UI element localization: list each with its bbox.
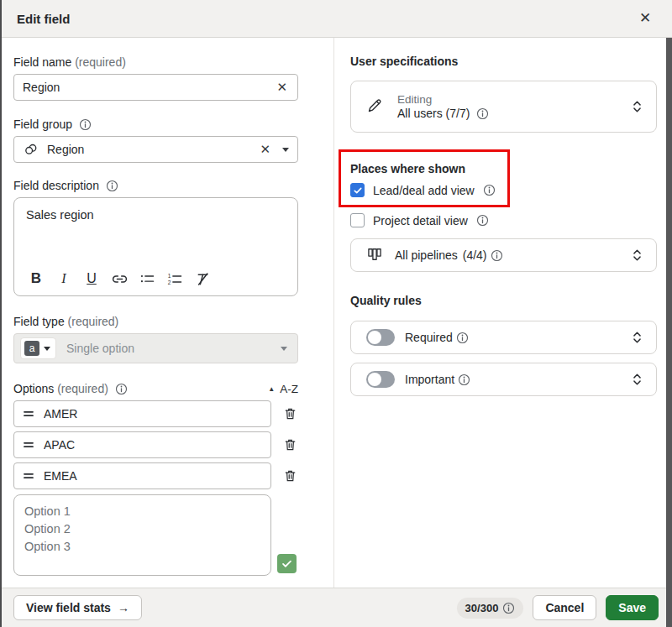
trash-icon[interactable] [283,468,297,483]
field-name-label: Field name (required) [13,55,320,69]
project-detail-view-checkbox[interactable] [350,213,365,227]
view-field-stats-button[interactable]: View field stats → [13,595,142,620]
info-icon[interactable] [476,107,489,120]
field-group-value: Region [47,143,258,156]
modal-title: Edit field [17,12,70,26]
clear-formatting-icon[interactable] [192,269,213,289]
field-type-chip[interactable]: a [20,337,56,359]
option-input-text[interactable] [44,469,262,483]
bullet-list-icon[interactable] [137,269,157,289]
editing-summary: Editing All users (7/7) [397,92,489,121]
field-type-select[interactable]: a Single option [13,333,298,363]
important-label: Important [405,373,454,386]
close-icon[interactable]: ✕ [637,10,654,27]
option-input-text[interactable] [44,407,262,421]
numbered-list-icon[interactable]: 12 [165,269,185,289]
field-group-select[interactable]: Region ✕ [13,136,298,163]
required-label: Required [405,331,453,344]
sort-ascending-icon: ▲ [268,385,275,393]
format-toolbar: B I U 12 [26,269,286,289]
drag-handle-icon[interactable] [23,408,34,420]
editing-label: Editing [397,92,489,107]
left-column: Field name (required) ✕ Field group Regi… [0,38,334,588]
places-where-shown-heading: Places where shown [350,162,496,175]
chevron-down-icon [281,347,287,351]
option-row [13,462,320,489]
info-icon[interactable] [502,602,515,614]
info-icon[interactable] [115,383,128,395]
info-icon[interactable] [456,332,469,344]
field-name-input[interactable]: ✕ [13,74,298,101]
screenshot-left-edge [0,0,2,627]
bold-icon[interactable]: B [26,269,46,289]
modal-body: Field name (required) ✕ Field group Regi… [0,38,672,588]
bulk-options-textarea[interactable]: Option 1 Option 2 Option 3 [13,494,271,576]
clear-field-name-icon[interactable]: ✕ [275,80,289,95]
trash-icon[interactable] [283,437,297,452]
chevron-down-icon[interactable] [282,148,289,152]
lead-deal-add-view-label: Lead/deal add view [373,184,475,197]
svg-text:1: 1 [167,273,171,279]
chevron-updown-icon[interactable] [630,371,644,388]
pipelines-count: (4/4) [463,248,487,262]
underline-icon[interactable]: U [81,269,102,289]
field-name-input-text[interactable] [23,81,275,94]
field-description-editor[interactable]: Sales region B I U 12 [13,197,298,296]
cancel-button[interactable]: Cancel [533,595,596,620]
group-icon [23,141,39,158]
scrollbar-track[interactable] [666,38,672,627]
required-rule-panel[interactable]: Required [350,321,657,354]
chevron-updown-icon[interactable] [630,247,644,264]
info-icon[interactable] [106,180,118,192]
option-input-text[interactable] [44,438,262,452]
trash-icon[interactable] [283,406,297,421]
sort-az-button[interactable]: ▲ A-Z [268,383,298,395]
footer-actions: 30/300 Cancel Save [457,595,659,620]
bulk-line: Option 1 [24,503,260,520]
clear-field-group-icon[interactable]: ✕ [258,142,272,157]
save-button[interactable]: Save [606,595,659,620]
field-description-value[interactable]: Sales region [26,208,286,222]
lead-deal-add-view-checkbox[interactable] [350,183,365,197]
info-icon[interactable] [476,214,489,227]
option-input[interactable] [13,400,271,427]
info-icon[interactable] [79,118,92,131]
important-rule-panel[interactable]: Important [350,363,657,396]
right-column: User specifications Editing All users (7… [334,38,666,588]
pipelines-icon [366,246,383,265]
option-row [13,400,320,427]
option-input[interactable] [13,431,271,458]
bulk-line: Option 3 [24,538,260,556]
field-type-badge: a [24,341,39,356]
italic-icon[interactable]: I [54,269,74,289]
user-specifications-heading: User specifications [350,55,657,68]
pipelines-panel[interactable]: All pipelines (4/4) [350,238,657,272]
info-icon[interactable] [458,374,470,386]
important-toggle[interactable] [366,371,395,388]
options-label: Options (required) [13,382,128,395]
svg-text:2: 2 [167,279,171,285]
highlight-annotation: Places where shown Lead/deal add view [339,149,510,207]
info-icon[interactable] [483,184,496,196]
editing-permissions-panel[interactable]: Editing All users (7/7) [350,81,657,133]
project-detail-view-row: Project detail view [350,213,657,227]
pencil-icon [366,97,384,117]
info-icon[interactable] [491,249,503,262]
drag-handle-icon[interactable] [23,439,34,451]
pipelines-label: All pipelines [395,248,458,262]
field-type-label: Field type (required) [13,315,320,328]
project-detail-view-label: Project detail view [373,214,468,227]
required-toggle[interactable] [366,329,395,346]
drag-handle-icon[interactable] [23,470,34,482]
option-input[interactable] [13,462,271,489]
chevron-updown-icon[interactable] [630,98,644,115]
modal-header: Edit field ✕ [0,0,672,38]
confirm-options-button[interactable] [277,554,297,573]
arrow-right-icon: → [118,601,129,614]
chevron-updown-icon[interactable] [630,329,644,346]
link-icon[interactable] [109,269,129,289]
field-group-label: Field group [13,118,320,131]
field-type-value: Single option [66,342,281,355]
bulk-line: Option 2 [24,520,260,538]
options-header: Options (required) ▲ A-Z [13,382,298,395]
